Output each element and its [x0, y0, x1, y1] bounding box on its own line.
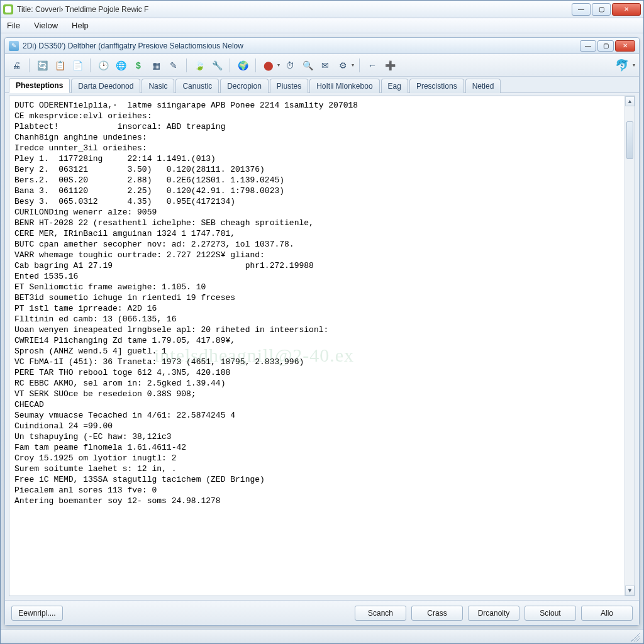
chevron-down-icon: ▼: [627, 587, 633, 594]
allo-button[interactable]: Allo: [581, 606, 633, 621]
resize-grip[interactable]: [631, 633, 640, 641]
inner-window: 2Di) DS350') Deltbher (danffigatry Presi…: [4, 37, 640, 626]
new-tab-icon: ➕: [385, 60, 396, 70]
inner-maximize-button[interactable]: ▢: [597, 40, 614, 52]
console-text[interactable]: DUTC ODERENTielplia,· latme siingarape A…: [9, 96, 625, 596]
tab-prescistions[interactable]: Prescistions: [409, 79, 464, 93]
grid-button[interactable]: ▦: [148, 58, 164, 73]
copy-icon: 📋: [55, 60, 65, 70]
timer-icon: ⏱: [286, 60, 294, 70]
scroll-thumb[interactable]: [626, 121, 633, 159]
scroll-up-button[interactable]: ▲: [625, 96, 635, 106]
toolbar-separator: [359, 58, 360, 72]
sciout-button[interactable]: Sciout: [525, 606, 576, 621]
inner-close-button[interactable]: ✕: [615, 40, 635, 52]
record-dropdown-caret[interactable]: ▾: [277, 62, 280, 68]
tab-darta-deedonod[interactable]: Darta Deedonod: [71, 79, 140, 93]
dolphin-icon: 🐬: [615, 58, 629, 72]
toolbar-separator: [255, 58, 256, 72]
zoom-icon: 🔍: [303, 60, 313, 70]
outer-window: Titie: Covverl› Tneldime Pojole Rewic F …: [0, 0, 644, 644]
maximize-icon: ▢: [603, 42, 609, 49]
brand-dropdown-caret[interactable]: ▾: [633, 62, 635, 68]
edit-icon: ✎: [170, 60, 177, 70]
zoom-button[interactable]: 🔍: [300, 58, 315, 73]
tab-phesteptions[interactable]: Phesteptions: [9, 78, 70, 93]
close-icon: ✕: [623, 42, 628, 49]
toolbar-separator: [230, 58, 230, 72]
wrench-button[interactable]: 🔧: [209, 58, 225, 73]
print-icon: 🖨: [12, 60, 21, 70]
record-icon: ⬤: [264, 60, 274, 70]
tab-canustic[interactable]: Canustic: [175, 79, 219, 93]
world-button[interactable]: 🌍: [235, 58, 250, 73]
toolbar-separator: [29, 58, 30, 72]
export-button[interactable]: Eewnripl....: [11, 606, 63, 621]
tab-netied[interactable]: Netied: [465, 79, 501, 93]
console-output: DUTC ODERENTielplia,· latme siingarape A…: [9, 96, 635, 596]
tab-decropion[interactable]: Decropion: [220, 79, 269, 93]
copy-button[interactable]: 📋: [52, 58, 67, 73]
clock-button[interactable]: 🕑: [96, 58, 111, 73]
leaf-button[interactable]: 🍃: [192, 58, 207, 73]
scroll-down-button[interactable]: ▼: [625, 586, 635, 596]
menubar: File Vielow Help: [1, 18, 643, 33]
outer-close-button[interactable]: ✕: [612, 3, 641, 16]
globe-button[interactable]: 🌐: [113, 58, 128, 73]
tabstrip: Phesteptions Darta Deedonod Nasic Canust…: [5, 77, 639, 93]
settings-button[interactable]: ⚙: [335, 58, 350, 73]
back-button[interactable]: ←: [365, 58, 380, 73]
chevron-up-icon: ▲: [627, 98, 633, 104]
inner-minimize-button[interactable]: —: [580, 40, 596, 52]
gear-icon: ⚙: [339, 60, 347, 70]
outer-maximize-button[interactable]: ▢: [592, 3, 611, 16]
minimize-icon: —: [585, 42, 591, 49]
inner-titlebar[interactable]: 2Di) DS350') Deltbher (danffigatry Presi…: [5, 38, 639, 54]
leaf-icon: 🍃: [194, 60, 205, 70]
inner-window-controls: — ▢ ✕: [579, 40, 635, 52]
close-icon: ✕: [624, 6, 629, 13]
tab-nasic[interactable]: Nasic: [142, 79, 174, 93]
minimize-icon: —: [578, 6, 584, 13]
drcanoity-button[interactable]: Drcanoity: [468, 606, 519, 621]
app-icon: [3, 4, 13, 14]
mail-button[interactable]: ✉: [318, 58, 333, 73]
tab-hoitii-mlonkeboo[interactable]: HoItii Mlonkeboo: [309, 79, 379, 93]
record-button[interactable]: ⬤: [261, 58, 276, 73]
statusbar: [1, 630, 643, 643]
toolbar-separator: [90, 58, 91, 72]
edit-button[interactable]: ✎: [166, 58, 181, 73]
button-bar: Eewnripl.... Scanch Crass Drcanoity Scio…: [5, 600, 639, 625]
back-icon: ←: [368, 60, 377, 70]
maximize-icon: ▢: [599, 6, 604, 13]
console-wrap: DUTC ODERENTielplia,· latme siingarape A…: [5, 93, 639, 600]
clock-icon: 🕑: [98, 60, 109, 70]
outer-window-title: Titie: Covverl› Tneldime Pojole Rewic F: [17, 5, 570, 14]
menu-help[interactable]: Help: [69, 19, 91, 31]
menu-view[interactable]: Vielow: [31, 19, 60, 31]
outer-minimize-button[interactable]: —: [572, 3, 591, 16]
outer-titlebar[interactable]: Titie: Covverl› Tneldime Pojole Rewic F …: [1, 1, 643, 18]
crass-button[interactable]: Crass: [411, 606, 463, 621]
toolbar: 🖨 🔄 📋 📄 🕑 🌐 $ ▦ ✎ 🍃 🔧 🌍 ⬤ ▾ ⏱ 🔍 ✉ ⚙ ▾: [5, 54, 639, 77]
toolbar-separator: [186, 58, 187, 72]
globe-icon: 🌐: [116, 60, 126, 70]
refresh-icon: 🔄: [37, 60, 48, 70]
mail-icon: ✉: [321, 60, 329, 70]
paste-icon: 📄: [72, 60, 83, 70]
search-button[interactable]: Scanch: [355, 606, 406, 621]
new-tab-button[interactable]: ➕: [382, 58, 397, 73]
tab-eag[interactable]: Eag: [381, 79, 408, 93]
paste-button[interactable]: 📄: [70, 58, 85, 73]
refresh-button[interactable]: 🔄: [35, 58, 50, 73]
document-icon: [9, 41, 19, 51]
brand-logo: 🐬: [613, 59, 631, 72]
tab-piustes[interactable]: Piustes: [270, 79, 308, 93]
settings-dropdown-caret[interactable]: ▾: [352, 62, 354, 68]
wrench-icon: 🔧: [212, 60, 223, 70]
timer-button[interactable]: ⏱: [282, 58, 297, 73]
print-button[interactable]: 🖨: [9, 58, 24, 73]
menu-file[interactable]: File: [4, 19, 23, 31]
currency-button[interactable]: $: [131, 58, 146, 73]
vertical-scrollbar[interactable]: ▲ ▼: [625, 96, 635, 596]
